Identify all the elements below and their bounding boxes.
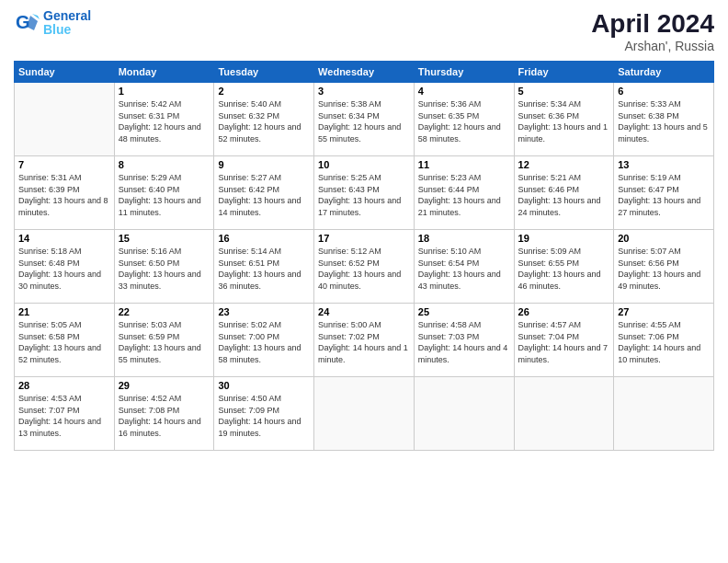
day-number: 11 [418, 159, 510, 170]
calendar-cell [414, 377, 514, 451]
column-header-friday: Friday [514, 62, 614, 83]
column-header-wednesday: Wednesday [314, 62, 415, 83]
calendar-cell: 18Sunrise: 5:10 AMSunset: 6:54 PMDayligh… [414, 230, 514, 304]
day-number: 1 [119, 86, 210, 97]
day-number: 25 [418, 306, 510, 317]
location: Arshan', Russia [591, 39, 714, 53]
day-info: Sunrise: 5:14 AMSunset: 6:51 PMDaylight:… [218, 246, 310, 292]
calendar-cell: 13Sunrise: 5:19 AMSunset: 6:47 PMDayligh… [614, 156, 714, 230]
day-number: 14 [18, 233, 110, 244]
calendar-cell: 22Sunrise: 5:03 AMSunset: 6:59 PMDayligh… [114, 304, 214, 377]
calendar-cell: 1Sunrise: 5:42 AMSunset: 6:31 PMDaylight… [114, 83, 214, 156]
day-info: Sunrise: 5:12 AMSunset: 6:52 PMDaylight:… [318, 246, 410, 292]
day-info: Sunrise: 5:16 AMSunset: 6:50 PMDaylight:… [119, 246, 210, 292]
logo: G General Blue [14, 9, 91, 38]
day-number: 16 [218, 233, 310, 244]
month-title: April 2024 [591, 9, 714, 39]
calendar-cell: 19Sunrise: 5:09 AMSunset: 6:55 PMDayligh… [514, 230, 614, 304]
calendar-cell: 17Sunrise: 5:12 AMSunset: 6:52 PMDayligh… [314, 230, 415, 304]
day-info: Sunrise: 5:05 AMSunset: 6:58 PMDaylight:… [18, 319, 110, 365]
day-number: 28 [18, 380, 110, 391]
calendar-cell: 30Sunrise: 4:50 AMSunset: 7:09 PMDayligh… [214, 377, 314, 451]
day-info: Sunrise: 4:57 AMSunset: 7:04 PMDaylight:… [518, 319, 610, 365]
calendar-cell: 10Sunrise: 5:25 AMSunset: 6:43 PMDayligh… [314, 156, 415, 230]
day-number: 4 [418, 86, 510, 97]
calendar-cell [514, 377, 614, 451]
day-number: 13 [618, 159, 710, 170]
week-row-1: 1Sunrise: 5:42 AMSunset: 6:31 PMDaylight… [15, 83, 714, 156]
week-row-2: 7Sunrise: 5:31 AMSunset: 6:39 PMDaylight… [15, 156, 714, 230]
day-info: Sunrise: 5:03 AMSunset: 6:59 PMDaylight:… [119, 319, 210, 365]
calendar-cell: 2Sunrise: 5:40 AMSunset: 6:32 PMDaylight… [214, 83, 314, 156]
day-number: 2 [218, 86, 310, 97]
calendar-cell: 28Sunrise: 4:53 AMSunset: 7:07 PMDayligh… [15, 377, 115, 451]
calendar-cell: 7Sunrise: 5:31 AMSunset: 6:39 PMDaylight… [15, 156, 115, 230]
day-number: 21 [18, 306, 110, 317]
day-number: 20 [618, 233, 710, 244]
day-number: 12 [518, 159, 610, 170]
column-header-monday: Monday [114, 62, 214, 83]
calendar-cell: 15Sunrise: 5:16 AMSunset: 6:50 PMDayligh… [114, 230, 214, 304]
week-row-3: 14Sunrise: 5:18 AMSunset: 6:48 PMDayligh… [15, 230, 714, 304]
day-info: Sunrise: 5:34 AMSunset: 6:36 PMDaylight:… [518, 98, 610, 144]
day-info: Sunrise: 5:27 AMSunset: 6:42 PMDaylight:… [218, 172, 310, 218]
day-info: Sunrise: 5:25 AMSunset: 6:43 PMDaylight:… [318, 172, 410, 218]
day-info: Sunrise: 5:29 AMSunset: 6:40 PMDaylight:… [119, 172, 210, 218]
day-info: Sunrise: 5:40 AMSunset: 6:32 PMDaylight:… [218, 98, 310, 144]
calendar-table: SundayMondayTuesdayWednesdayThursdayFrid… [14, 61, 714, 451]
day-info: Sunrise: 5:02 AMSunset: 7:00 PMDaylight:… [218, 319, 310, 365]
logo-text: General Blue [43, 9, 91, 38]
day-number: 3 [318, 86, 410, 97]
calendar-cell: 14Sunrise: 5:18 AMSunset: 6:48 PMDayligh… [15, 230, 115, 304]
day-info: Sunrise: 5:36 AMSunset: 6:35 PMDaylight:… [418, 98, 510, 144]
day-number: 29 [119, 380, 210, 391]
day-number: 7 [18, 159, 110, 170]
column-header-thursday: Thursday [414, 62, 514, 83]
calendar-cell: 3Sunrise: 5:38 AMSunset: 6:34 PMDaylight… [314, 83, 415, 156]
day-info: Sunrise: 5:33 AMSunset: 6:38 PMDaylight:… [618, 98, 710, 144]
day-number: 10 [318, 159, 410, 170]
calendar-cell: 23Sunrise: 5:02 AMSunset: 7:00 PMDayligh… [214, 304, 314, 377]
calendar-cell [15, 83, 115, 156]
day-number: 27 [618, 306, 710, 317]
column-header-sunday: Sunday [15, 62, 115, 83]
logo-general: General [43, 8, 91, 23]
day-info: Sunrise: 5:38 AMSunset: 6:34 PMDaylight:… [318, 98, 410, 144]
day-info: Sunrise: 4:58 AMSunset: 7:03 PMDaylight:… [418, 319, 510, 365]
day-number: 5 [518, 86, 610, 97]
calendar-cell: 11Sunrise: 5:23 AMSunset: 6:44 PMDayligh… [414, 156, 514, 230]
day-number: 19 [518, 233, 610, 244]
day-info: Sunrise: 4:55 AMSunset: 7:06 PMDaylight:… [618, 319, 710, 365]
day-number: 8 [119, 159, 210, 170]
calendar-cell: 9Sunrise: 5:27 AMSunset: 6:42 PMDaylight… [214, 156, 314, 230]
day-number: 26 [518, 306, 610, 317]
calendar-cell: 25Sunrise: 4:58 AMSunset: 7:03 PMDayligh… [414, 304, 514, 377]
calendar-cell: 27Sunrise: 4:55 AMSunset: 7:06 PMDayligh… [614, 304, 714, 377]
day-number: 6 [618, 86, 710, 97]
calendar-cell [614, 377, 714, 451]
day-info: Sunrise: 5:07 AMSunset: 6:56 PMDaylight:… [618, 246, 710, 292]
svg-text:G: G [16, 12, 30, 32]
calendar-cell: 26Sunrise: 4:57 AMSunset: 7:04 PMDayligh… [514, 304, 614, 377]
calendar-cell: 24Sunrise: 5:00 AMSunset: 7:02 PMDayligh… [314, 304, 415, 377]
calendar-cell: 6Sunrise: 5:33 AMSunset: 6:38 PMDaylight… [614, 83, 714, 156]
day-number: 18 [418, 233, 510, 244]
logo-blue: Blue [43, 22, 71, 37]
day-info: Sunrise: 5:21 AMSunset: 6:46 PMDaylight:… [518, 172, 610, 218]
title-block: April 2024 Arshan', Russia [591, 9, 714, 53]
day-info: Sunrise: 4:52 AMSunset: 7:08 PMDaylight:… [119, 393, 210, 439]
header-row: SundayMondayTuesdayWednesdayThursdayFrid… [15, 62, 714, 83]
logo-icon: G [14, 10, 40, 36]
day-info: Sunrise: 4:53 AMSunset: 7:07 PMDaylight:… [18, 393, 110, 439]
calendar-cell: 29Sunrise: 4:52 AMSunset: 7:08 PMDayligh… [114, 377, 214, 451]
week-row-4: 21Sunrise: 5:05 AMSunset: 6:58 PMDayligh… [15, 304, 714, 377]
day-info: Sunrise: 5:09 AMSunset: 6:55 PMDaylight:… [518, 246, 610, 292]
calendar-cell: 4Sunrise: 5:36 AMSunset: 6:35 PMDaylight… [414, 83, 514, 156]
column-header-saturday: Saturday [614, 62, 714, 83]
day-number: 17 [318, 233, 410, 244]
calendar-cell: 5Sunrise: 5:34 AMSunset: 6:36 PMDaylight… [514, 83, 614, 156]
calendar-cell: 20Sunrise: 5:07 AMSunset: 6:56 PMDayligh… [614, 230, 714, 304]
header: G General Blue April 2024 Arshan', Russi… [14, 9, 714, 53]
column-header-tuesday: Tuesday [214, 62, 314, 83]
page: G General Blue April 2024 Arshan', Russi… [0, 0, 728, 563]
